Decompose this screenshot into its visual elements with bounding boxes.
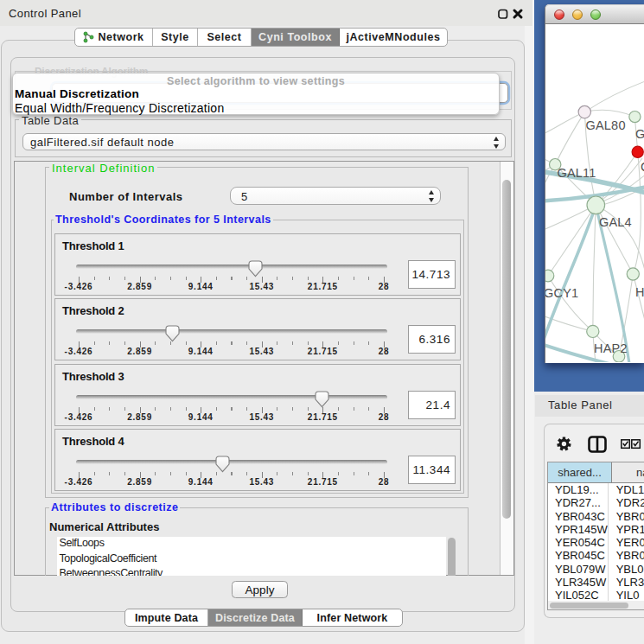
svg-text:C: C <box>641 160 644 174</box>
svg-text:GCY1: GCY1 <box>545 286 578 300</box>
svg-text:GA: GA <box>635 127 644 141</box>
svg-text:H: H <box>635 285 644 299</box>
svg-text:HAP2: HAP2 <box>594 341 628 355</box>
svg-text:GAL11: GAL11 <box>558 166 596 180</box>
svg-text:GAL4: GAL4 <box>599 215 632 229</box>
svg-text:GAL80: GAL80 <box>586 118 626 132</box>
